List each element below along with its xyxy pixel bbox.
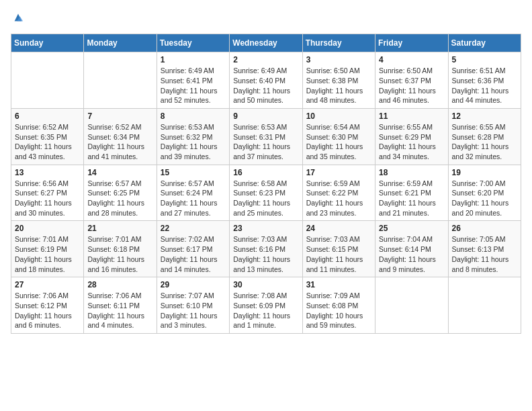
calendar-body: 1Sunrise: 6:49 AM Sunset: 6:41 PM Daylig…: [11, 52, 521, 334]
calendar-week-1: 1Sunrise: 6:49 AM Sunset: 6:41 PM Daylig…: [11, 52, 521, 109]
day-number: 30: [233, 280, 298, 289]
day-info: Sunrise: 6:57 AM Sunset: 6:25 PM Dayligh…: [87, 179, 152, 218]
day-number: 31: [306, 280, 371, 289]
calendar-week-2: 6Sunrise: 6:52 AM Sunset: 6:35 PM Daylig…: [11, 108, 521, 165]
calendar-cell: 19Sunrise: 7:00 AM Sunset: 6:20 PM Dayli…: [448, 165, 521, 221]
calendar-cell: 28Sunrise: 7:06 AM Sunset: 6:11 PM Dayli…: [84, 277, 157, 334]
day-number: 12: [452, 111, 517, 121]
calendar-cell: 3Sunrise: 6:50 AM Sunset: 6:38 PM Daylig…: [302, 52, 375, 109]
calendar-cell: 24Sunrise: 7:03 AM Sunset: 6:15 PM Dayli…: [302, 221, 375, 277]
day-number: 17: [306, 168, 371, 177]
logo-text: [11, 11, 24, 27]
logo: [11, 11, 24, 26]
day-info: Sunrise: 7:03 AM Sunset: 6:15 PM Dayligh…: [306, 234, 371, 274]
calendar-cell: 25Sunrise: 7:04 AM Sunset: 6:14 PM Dayli…: [375, 221, 448, 277]
day-number: 28: [87, 280, 152, 289]
calendar-cell: [84, 52, 157, 109]
calendar-cell: [448, 277, 521, 334]
day-number: 20: [15, 224, 80, 233]
weekday-header-thursday: Thursday: [302, 34, 375, 52]
calendar-cell: 16Sunrise: 6:58 AM Sunset: 6:23 PM Dayli…: [230, 165, 302, 221]
calendar-cell: 27Sunrise: 7:06 AM Sunset: 6:12 PM Dayli…: [11, 277, 84, 334]
day-number: 29: [161, 280, 226, 289]
calendar-cell: 20Sunrise: 7:01 AM Sunset: 6:19 PM Dayli…: [11, 221, 84, 277]
day-number: 26: [452, 224, 517, 233]
day-number: 9: [233, 111, 298, 121]
calendar-header-row: SundayMondayTuesdayWednesdayThursdayFrid…: [11, 34, 521, 52]
calendar-cell: 9Sunrise: 6:53 AM Sunset: 6:31 PM Daylig…: [230, 108, 302, 165]
day-info: Sunrise: 6:57 AM Sunset: 6:24 PM Dayligh…: [161, 179, 226, 218]
calendar-cell: 2Sunrise: 6:49 AM Sunset: 6:40 PM Daylig…: [230, 52, 302, 109]
calendar-week-4: 20Sunrise: 7:01 AM Sunset: 6:19 PM Dayli…: [11, 221, 521, 277]
day-info: Sunrise: 7:09 AM Sunset: 6:08 PM Dayligh…: [306, 291, 371, 330]
calendar-cell: 13Sunrise: 6:56 AM Sunset: 6:27 PM Dayli…: [11, 165, 84, 221]
day-info: Sunrise: 6:49 AM Sunset: 6:40 PM Dayligh…: [233, 66, 298, 105]
calendar-cell: 12Sunrise: 6:55 AM Sunset: 6:28 PM Dayli…: [448, 108, 521, 165]
day-info: Sunrise: 6:59 AM Sunset: 6:22 PM Dayligh…: [306, 179, 371, 218]
day-info: Sunrise: 6:50 AM Sunset: 6:37 PM Dayligh…: [379, 66, 444, 105]
day-info: Sunrise: 7:05 AM Sunset: 6:13 PM Dayligh…: [452, 234, 517, 274]
calendar-cell: [375, 277, 448, 334]
calendar-cell: 29Sunrise: 7:07 AM Sunset: 6:10 PM Dayli…: [157, 277, 229, 334]
calendar-week-3: 13Sunrise: 6:56 AM Sunset: 6:27 PM Dayli…: [11, 165, 521, 221]
day-info: Sunrise: 6:59 AM Sunset: 6:21 PM Dayligh…: [379, 179, 444, 218]
day-info: Sunrise: 7:03 AM Sunset: 6:16 PM Dayligh…: [233, 234, 298, 274]
day-number: 21: [87, 224, 152, 233]
day-info: Sunrise: 7:01 AM Sunset: 6:18 PM Dayligh…: [87, 234, 152, 274]
calendar-cell: [11, 52, 84, 109]
calendar-cell: 21Sunrise: 7:01 AM Sunset: 6:18 PM Dayli…: [84, 221, 157, 277]
day-info: Sunrise: 6:50 AM Sunset: 6:38 PM Dayligh…: [306, 66, 371, 105]
day-info: Sunrise: 7:01 AM Sunset: 6:19 PM Dayligh…: [15, 234, 80, 274]
calendar-cell: 17Sunrise: 6:59 AM Sunset: 6:22 PM Dayli…: [302, 165, 375, 221]
day-info: Sunrise: 6:52 AM Sunset: 6:34 PM Dayligh…: [87, 122, 152, 162]
day-info: Sunrise: 6:52 AM Sunset: 6:35 PM Dayligh…: [15, 122, 80, 162]
calendar: SundayMondayTuesdayWednesdayThursdayFrid…: [11, 34, 521, 334]
calendar-cell: 6Sunrise: 6:52 AM Sunset: 6:35 PM Daylig…: [11, 108, 84, 165]
calendar-cell: 23Sunrise: 7:03 AM Sunset: 6:16 PM Dayli…: [230, 221, 302, 277]
calendar-cell: 31Sunrise: 7:09 AM Sunset: 6:08 PM Dayli…: [302, 277, 375, 334]
day-info: Sunrise: 7:04 AM Sunset: 6:14 PM Dayligh…: [379, 234, 444, 274]
day-number: 25: [379, 224, 444, 233]
weekday-header-sunday: Sunday: [11, 34, 84, 52]
day-info: Sunrise: 7:07 AM Sunset: 6:10 PM Dayligh…: [161, 291, 226, 330]
calendar-cell: 5Sunrise: 6:51 AM Sunset: 6:36 PM Daylig…: [448, 52, 521, 109]
day-info: Sunrise: 7:02 AM Sunset: 6:17 PM Dayligh…: [161, 234, 226, 274]
day-info: Sunrise: 6:53 AM Sunset: 6:32 PM Dayligh…: [161, 122, 226, 162]
calendar-cell: 18Sunrise: 6:59 AM Sunset: 6:21 PM Dayli…: [375, 165, 448, 221]
day-number: 1: [161, 55, 226, 64]
day-number: 6: [15, 111, 80, 121]
day-number: 15: [161, 168, 226, 177]
calendar-cell: 1Sunrise: 6:49 AM Sunset: 6:41 PM Daylig…: [157, 52, 229, 109]
day-info: Sunrise: 6:58 AM Sunset: 6:23 PM Dayligh…: [233, 179, 298, 218]
calendar-cell: 10Sunrise: 6:54 AM Sunset: 6:30 PM Dayli…: [302, 108, 375, 165]
day-info: Sunrise: 6:49 AM Sunset: 6:41 PM Dayligh…: [161, 66, 226, 105]
logo-icon: [12, 11, 24, 24]
calendar-cell: 4Sunrise: 6:50 AM Sunset: 6:37 PM Daylig…: [375, 52, 448, 109]
day-number: 24: [306, 224, 371, 233]
calendar-cell: 14Sunrise: 6:57 AM Sunset: 6:25 PM Dayli…: [84, 165, 157, 221]
day-number: 18: [379, 168, 444, 177]
day-number: 14: [87, 168, 152, 177]
day-info: Sunrise: 6:56 AM Sunset: 6:27 PM Dayligh…: [15, 179, 80, 218]
day-number: 4: [379, 55, 444, 64]
weekday-header-wednesday: Wednesday: [230, 34, 302, 52]
calendar-cell: 22Sunrise: 7:02 AM Sunset: 6:17 PM Dayli…: [157, 221, 229, 277]
calendar-cell: 8Sunrise: 6:53 AM Sunset: 6:32 PM Daylig…: [157, 108, 229, 165]
day-info: Sunrise: 7:06 AM Sunset: 6:11 PM Dayligh…: [87, 291, 152, 330]
calendar-cell: 30Sunrise: 7:08 AM Sunset: 6:09 PM Dayli…: [230, 277, 302, 334]
day-info: Sunrise: 7:00 AM Sunset: 6:20 PM Dayligh…: [452, 179, 517, 218]
day-info: Sunrise: 6:51 AM Sunset: 6:36 PM Dayligh…: [452, 66, 517, 105]
day-number: 19: [452, 168, 517, 177]
day-info: Sunrise: 7:06 AM Sunset: 6:12 PM Dayligh…: [15, 291, 80, 330]
day-number: 16: [233, 168, 298, 177]
weekday-header-saturday: Saturday: [448, 34, 521, 52]
weekday-header-friday: Friday: [375, 34, 448, 52]
calendar-cell: 26Sunrise: 7:05 AM Sunset: 6:13 PM Dayli…: [448, 221, 521, 277]
calendar-cell: 15Sunrise: 6:57 AM Sunset: 6:24 PM Dayli…: [157, 165, 229, 221]
calendar-cell: 7Sunrise: 6:52 AM Sunset: 6:34 PM Daylig…: [84, 108, 157, 165]
calendar-week-5: 27Sunrise: 7:06 AM Sunset: 6:12 PM Dayli…: [11, 277, 521, 334]
day-number: 10: [306, 111, 371, 121]
day-number: 13: [15, 168, 80, 177]
day-number: 11: [379, 111, 444, 121]
page-header: [11, 11, 521, 26]
